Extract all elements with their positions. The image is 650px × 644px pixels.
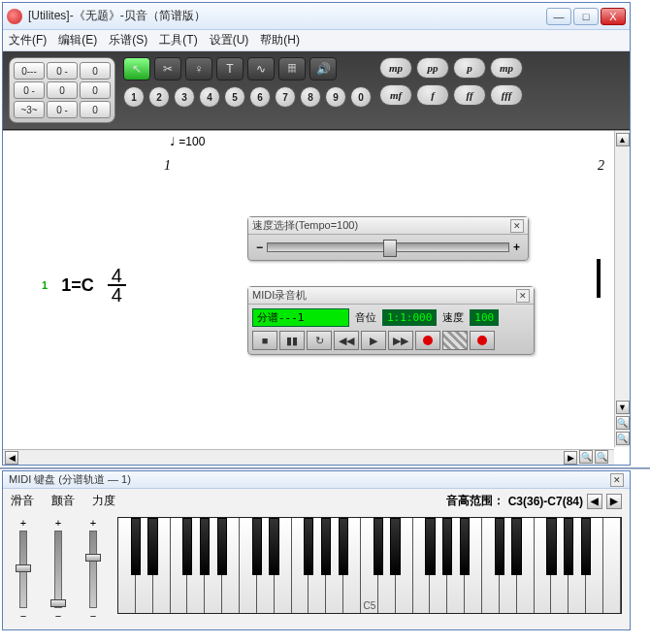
scissors-icon[interactable]: ✂ xyxy=(154,57,181,80)
num-8-button[interactable]: 8 xyxy=(300,86,321,108)
num-9-button[interactable]: 9 xyxy=(325,86,346,108)
maximize-button[interactable]: □ xyxy=(573,8,599,25)
black-key[interactable] xyxy=(511,518,521,575)
note-cell[interactable]: 0 xyxy=(80,101,111,118)
dyn-mf-button[interactable]: mf xyxy=(379,84,412,106)
zoom-out-h-icon[interactable]: 🔍 xyxy=(595,450,608,464)
note-cell[interactable]: 0 - xyxy=(47,62,78,80)
black-key[interactable] xyxy=(581,518,591,575)
rewind-button[interactable]: ◀◀ xyxy=(334,331,359,350)
person-icon[interactable]: ♀ xyxy=(185,57,212,80)
slider-thumb[interactable] xyxy=(50,599,66,607)
loop-button[interactable]: ↻ xyxy=(307,331,332,350)
black-key[interactable] xyxy=(390,518,400,575)
num-4-button[interactable]: 4 xyxy=(199,86,220,108)
speaker-icon[interactable]: 🔊 xyxy=(309,57,337,80)
score-canvas[interactable]: ♩ =100 1 2 1 1=C 4 4 速度选择(Tempo=100) ✕ − xyxy=(3,130,630,465)
midi-keyboard-close-icon[interactable]: ✕ xyxy=(610,473,624,487)
black-key[interactable] xyxy=(442,518,452,575)
black-key[interactable] xyxy=(374,518,383,575)
forward-button[interactable]: ▶▶ xyxy=(388,331,413,350)
menu-edit[interactable]: 编辑(E) xyxy=(58,32,97,48)
note-cell[interactable]: 0 - xyxy=(14,81,45,99)
menu-tool[interactable]: 工具(T) xyxy=(159,32,197,48)
black-key[interactable] xyxy=(304,518,313,575)
velocity-slider[interactable]: + − xyxy=(81,517,106,622)
black-key[interactable] xyxy=(269,518,278,575)
close-button[interactable]: X xyxy=(601,8,626,25)
text-tool-icon[interactable]: T xyxy=(216,57,244,80)
scroll-left-icon[interactable]: ◀ xyxy=(5,451,18,465)
black-key[interactable] xyxy=(182,518,192,575)
black-key[interactable] xyxy=(131,518,141,575)
dyn-mp2-button[interactable]: mp xyxy=(490,57,523,79)
recorder-track-display[interactable]: 分谱---1 xyxy=(252,308,349,327)
vertical-scrollbar[interactable]: ▲ ▼ 🔍 🔍 xyxy=(614,131,630,447)
scroll-right-icon[interactable]: ▶ xyxy=(564,451,577,465)
slider-thumb[interactable] xyxy=(85,554,101,562)
titlebar[interactable]: [Utilites]-《无题》-贝音（简谱版） — □ X xyxy=(3,3,630,30)
recorder-close-icon[interactable]: ✕ xyxy=(516,289,530,303)
num-1-button[interactable]: 1 xyxy=(123,86,145,108)
black-key[interactable] xyxy=(252,518,262,575)
black-key[interactable] xyxy=(200,518,210,575)
num-0-button[interactable]: 0 xyxy=(350,86,372,108)
num-6-button[interactable]: 6 xyxy=(249,86,271,108)
black-key[interactable] xyxy=(321,518,331,575)
tempo-panel[interactable]: 速度选择(Tempo=100) ✕ − + xyxy=(247,216,529,261)
tempo-increase-button[interactable]: + xyxy=(513,241,520,254)
dyn-ff-button[interactable]: ff xyxy=(453,84,486,106)
record-button[interactable] xyxy=(415,331,440,350)
scroll-up-icon[interactable]: ▲ xyxy=(616,133,630,146)
tremolo-slider[interactable]: + − xyxy=(46,517,71,622)
slide-slider[interactable]: + − xyxy=(11,517,36,622)
metronome-button[interactable] xyxy=(442,331,468,350)
range-next-button[interactable]: ▶ xyxy=(606,494,622,509)
black-key[interactable] xyxy=(147,518,157,575)
black-key[interactable] xyxy=(339,518,348,575)
octave-icon[interactable]: ∿ xyxy=(247,57,275,80)
stop-button[interactable]: ■ xyxy=(252,331,277,350)
midi-recorder-panel[interactable]: MIDI录音机 ✕ 分谱---1 音位 1:1:000 速度 100 ■ ▮▮ … xyxy=(247,286,535,355)
note-cell[interactable]: 0 xyxy=(80,81,111,99)
pause-button[interactable]: ▮▮ xyxy=(279,331,305,350)
black-key[interactable] xyxy=(495,518,504,575)
minimize-button[interactable]: — xyxy=(546,8,571,25)
note-cell[interactable]: 0 xyxy=(47,81,78,99)
piano-keyboard[interactable]: C5 xyxy=(117,517,622,614)
note-cell[interactable]: ~3~ xyxy=(14,101,45,118)
dyn-f-button[interactable]: f xyxy=(416,84,449,106)
black-key[interactable] xyxy=(564,518,573,575)
black-key[interactable] xyxy=(425,518,435,575)
zoom-out-v-icon[interactable]: 🔍 xyxy=(616,432,630,445)
menu-help[interactable]: 帮助(H) xyxy=(260,32,300,48)
dyn-mp-button[interactable]: mp xyxy=(379,57,412,79)
dyn-pp-button[interactable]: pp xyxy=(416,57,449,79)
menu-settings[interactable]: 设置(U) xyxy=(210,32,249,48)
pointer-tool-icon[interactable]: ↖ xyxy=(123,57,150,80)
num-3-button[interactable]: 3 xyxy=(174,86,195,108)
range-prev-button[interactable]: ◀ xyxy=(587,494,602,509)
menu-file[interactable]: 文件(F) xyxy=(9,32,47,48)
scroll-down-icon[interactable]: ▼ xyxy=(616,401,630,414)
tempo-slider-thumb[interactable] xyxy=(383,240,397,257)
black-key[interactable] xyxy=(460,518,470,575)
record-arm-button[interactable] xyxy=(470,331,495,350)
note-cell[interactable]: 0 xyxy=(80,62,111,80)
tempo-slider[interactable] xyxy=(267,242,509,252)
play-button[interactable]: ▶ xyxy=(361,331,386,350)
harp-icon[interactable]: 𝄜 xyxy=(278,57,306,80)
note-cell[interactable]: 0--- xyxy=(14,62,45,80)
tempo-decrease-button[interactable]: − xyxy=(256,241,263,254)
dyn-fff-button[interactable]: fff xyxy=(490,84,523,106)
menu-score[interactable]: 乐谱(S) xyxy=(109,32,147,48)
num-2-button[interactable]: 2 xyxy=(148,86,170,108)
black-key[interactable] xyxy=(217,518,227,575)
num-5-button[interactable]: 5 xyxy=(224,86,245,108)
tempo-panel-close-icon[interactable]: ✕ xyxy=(510,219,524,233)
zoom-in-h-icon[interactable]: 🔍 xyxy=(579,450,593,464)
dyn-p-button[interactable]: p xyxy=(453,57,486,79)
note-cell[interactable]: 0 - xyxy=(47,101,78,118)
zoom-in-v-icon[interactable]: 🔍 xyxy=(616,416,630,430)
horizontal-scrollbar[interactable]: ◀ ▶ xyxy=(3,449,579,465)
